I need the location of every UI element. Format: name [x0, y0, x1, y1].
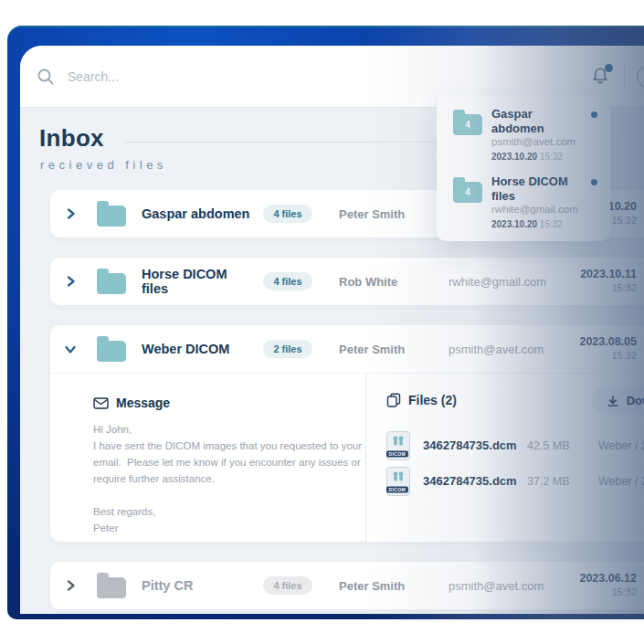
- inbox-list: Gaspar abdomen 4 files Peter Smith psmit…: [20, 190, 644, 609]
- notification-time: 15:32: [540, 219, 563, 229]
- download-button[interactable]: Download: [592, 386, 644, 415]
- notification-folder-icon: 4: [453, 114, 482, 135]
- unread-dot: [591, 179, 597, 185]
- folder-icon: [97, 206, 126, 227]
- dicom-label: DICOM: [386, 450, 407, 457]
- file-path: Weber / 2023: [598, 475, 644, 488]
- heading-rule: [124, 142, 446, 143]
- chevron-right-icon[interactable]: [50, 275, 90, 288]
- inbox-row-expanded: Weber DICOM 2 files Peter Smith psmith@a…: [50, 325, 644, 542]
- sender-name: Rob White: [324, 275, 427, 289]
- file-row[interactable]: DICOM 3462784735.dcm 42.5 MB Weber / 202…: [386, 428, 644, 463]
- notification-item[interactable]: 4 Horse DICOM files rwhite@gmail.com 202…: [449, 174, 597, 230]
- notification-folder-icon: 4: [453, 182, 482, 203]
- file-list: DICOM 3462784735.dcm 42.5 MB Weber / 202…: [386, 428, 644, 499]
- notification-email: rwhite@gmail.com: [491, 204, 586, 216]
- search-bar[interactable]: [37, 68, 590, 86]
- received-time: 15:32: [547, 350, 637, 363]
- folder-icon: [97, 273, 126, 294]
- notification-title: Horse DICOM files: [491, 174, 586, 203]
- inbox-row-header[interactable]: Pitty CR 4 files Peter Smith psmith@avet…: [50, 562, 644, 609]
- notifications-popup: 4 Gaspar abdomen psmith@avet.com 2023.10…: [437, 95, 610, 241]
- download-button-label: Download: [627, 394, 644, 407]
- file-count-badge: 2 files: [263, 340, 311, 358]
- received-time: 15:32: [547, 586, 637, 599]
- message-body: Hi John, I have sent the DICOM images th…: [93, 421, 366, 536]
- search-input[interactable]: [66, 69, 340, 85]
- topbar-divider: [624, 65, 625, 89]
- received-date: 2023.10.11: [547, 268, 637, 282]
- sender-name: Peter Smith: [324, 343, 427, 356]
- sender-email: rwhite@gmail.com: [427, 275, 547, 289]
- sender-name: Peter Smith: [324, 207, 427, 221]
- received-time: 15:32: [547, 282, 637, 295]
- expanded-detail: Message Hi John, I have sent the DICOM i…: [50, 373, 644, 542]
- notification-time: 15:32: [540, 152, 563, 162]
- notification-file-count: 4: [465, 187, 470, 197]
- envelope-icon: [93, 396, 109, 409]
- notification-badge-dot: [605, 64, 613, 72]
- chevron-down-icon[interactable]: [50, 343, 90, 355]
- sender-email: psmith@avet.com: [427, 343, 547, 356]
- inbox-row: Horse DICOM files 4 files Rob White rwhi…: [50, 258, 644, 305]
- file-row[interactable]: DICOM 3462784735.dcm 37.2 MB Weber / 202…: [386, 463, 644, 499]
- file-path: Weber / 2023: [598, 439, 644, 452]
- inbox-row: Pitty CR 4 files Peter Smith psmith@avet…: [50, 562, 644, 609]
- file-size: 37.2 MB: [527, 475, 586, 488]
- folder-icon: [97, 341, 126, 362]
- download-icon: [607, 395, 619, 407]
- file-count-badge: 4 files: [263, 205, 311, 223]
- inbox-row-header[interactable]: Horse DICOM files 4 files Rob White rwhi…: [50, 258, 644, 305]
- user-avatar[interactable]: [637, 66, 644, 88]
- received-date: 2023.08.05: [547, 335, 637, 350]
- search-icon: [37, 68, 55, 86]
- notification-date: 2023.10.20: [491, 152, 537, 162]
- unread-dot: [591, 111, 597, 118]
- notification-date: 2023.10.20: [491, 219, 537, 229]
- page-title: Inbox: [39, 124, 104, 153]
- folder-name: Horse DICOM files: [132, 267, 251, 296]
- dicom-file-icon: DICOM: [386, 431, 410, 460]
- folder-name: Pitty CR: [132, 578, 251, 593]
- notification-file-count: 4: [465, 120, 470, 130]
- folder-name: Gaspar abdomen: [132, 206, 251, 221]
- dicom-label: DICOM: [386, 486, 407, 492]
- file-name: 3462784735.dcm: [423, 474, 514, 488]
- notification-bell-icon[interactable]: [590, 66, 612, 88]
- copy-files-icon: [386, 393, 401, 407]
- chevron-right-icon[interactable]: [50, 207, 90, 220]
- inbox-row-header[interactable]: Weber DICOM 2 files Peter Smith psmith@a…: [50, 325, 644, 373]
- sender-email: psmith@avet.com: [427, 579, 547, 593]
- file-size: 42.5 MB: [527, 439, 586, 452]
- files-section: Files (2) Download: [366, 374, 644, 542]
- folder-icon: [97, 577, 126, 598]
- file-name: 3462784735.dcm: [423, 438, 514, 452]
- file-count-badge: 4 files: [263, 576, 311, 595]
- message-title: Message: [116, 396, 170, 410]
- files-title: Files (2): [408, 393, 457, 407]
- notification-item[interactable]: 4 Gaspar abdomen psmith@avet.com 2023.10…: [449, 107, 597, 163]
- message-section: Message Hi John, I have sent the DICOM i…: [50, 374, 366, 542]
- folder-name: Weber DICOM: [132, 342, 251, 356]
- notification-title: Gaspar abdomen: [491, 107, 586, 135]
- sender-name: Peter Smith: [324, 579, 427, 593]
- chevron-right-icon[interactable]: [50, 579, 90, 592]
- dicom-file-icon: DICOM: [386, 467, 410, 496]
- notification-email: psmith@avet.com: [491, 136, 586, 149]
- file-count-badge: 4 files: [263, 272, 311, 290]
- received-date: 2023.06.12: [547, 572, 637, 586]
